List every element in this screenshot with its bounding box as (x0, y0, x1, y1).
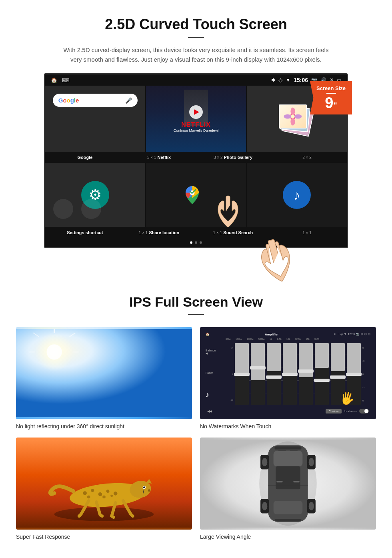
gallery-size-label: 2 × 2 (270, 154, 344, 161)
amp-back-button[interactable]: ◀◀ (207, 409, 212, 413)
settings-size: 1 × 1 (139, 231, 148, 235)
amp-fader-label: Fader (206, 371, 224, 374)
gallery-label-name: Photo Gallery (224, 155, 253, 160)
status-bar: 🏠 ⌨ ✱ ◎ ▼ 15:06 📷 🔊 ✕ ▭ (45, 74, 347, 86)
netflix-label-name: Netflix (157, 155, 171, 160)
screen-size-badge: Screen Size 9" (310, 81, 352, 114)
cheetah-caption: Super Fast Response (16, 534, 192, 540)
svg-point-26 (114, 492, 118, 496)
sound-size: 1 × 1 (302, 231, 312, 235)
status-time: 15:06 (294, 77, 308, 83)
hand-pointer-share (214, 189, 242, 227)
svg-rect-40 (274, 501, 303, 514)
sound-icon: ♪ (283, 181, 311, 209)
amp-loudness-toggle[interactable] (359, 409, 369, 413)
cheetah-image (16, 438, 192, 530)
svg-point-22 (83, 491, 87, 495)
pagination-dots (45, 238, 347, 247)
svg-point-9 (47, 344, 62, 359)
android-screen-wrapper: 🏠 ⌨ ✱ ◎ ▼ 15:06 📷 🔊 ✕ ▭ (44, 73, 348, 248)
svg-rect-57 (275, 519, 302, 522)
badge-size: 9" (325, 94, 337, 111)
sound-search-cell[interactable]: ♪ (247, 163, 347, 227)
settings-app-cell[interactable]: ⚙ (45, 163, 145, 227)
svg-rect-39 (276, 466, 300, 489)
amplifier-image: 🏠 Amplifier ≡···◎▼ 17:33 📷⊞⊟⊡ 60hz100hz2… (200, 327, 376, 419)
svg-rect-55 (276, 481, 282, 482)
android-screen: 🏠 ⌨ ✱ ◎ ▼ 15:06 📷 🔊 ✕ ▭ (44, 73, 348, 248)
svg-point-51 (309, 458, 314, 466)
dot-2[interactable] (195, 241, 197, 244)
app-grid-top: Google 🎤 NETFLIX Continue Marvel's Dared… (45, 86, 347, 152)
section-divider (16, 274, 376, 274)
amplifier-card: 🏠 Amplifier ≡···◎▼ 17:33 📷⊞⊟⊡ 60hz100hz2… (200, 327, 376, 430)
sunlight-image (16, 327, 192, 419)
sound-label-name: Sound Search (223, 230, 253, 235)
labels-row-bottom: Settings shortcut 1 × 1 Share location 1… (45, 227, 347, 238)
svg-point-3 (284, 114, 292, 118)
settings-label-name: Settings shortcut (67, 230, 103, 235)
location-icon: ◎ (278, 77, 282, 83)
svg-point-23 (91, 489, 94, 492)
netflix-subtitle: Continue Marvel's Daredevil (174, 128, 218, 132)
app-grid-bottom: ⚙ (45, 163, 347, 227)
section1-title: 2.5D Curved Touch Screen (24, 16, 368, 33)
svg-point-29 (110, 495, 113, 497)
amp-title: Amplifier (265, 333, 279, 336)
usb-icon: ⌨ (62, 77, 70, 83)
status-left: 🏠 ⌨ (51, 77, 70, 83)
google-app-cell[interactable]: Google 🎤 (45, 86, 145, 152)
settings-size-label: 1 × 1 Share location (122, 229, 196, 236)
netflix-app-cell[interactable]: NETFLIX Continue Marvel's Daredevil (146, 86, 246, 152)
settings-label: Settings shortcut (48, 229, 122, 236)
google-size: 3 × 1 (147, 155, 156, 160)
section-curved-screen: 2.5D Curved Touch Screen With 2.5D curve… (0, 0, 392, 262)
svg-point-33 (143, 486, 145, 488)
svg-rect-38 (274, 451, 303, 466)
svg-point-53 (309, 502, 314, 510)
svg-rect-43 (290, 450, 298, 451)
mic-icon: 🎤 (125, 97, 132, 104)
labels-row-top: Google 3 × 1 Netflix 3 × 2 Photo Gallery… (45, 152, 347, 163)
share-location-cell[interactable] (146, 163, 246, 227)
photo-stack (279, 103, 315, 135)
amp-loudness-label: loudness (344, 409, 357, 413)
svg-point-34 (148, 489, 150, 492)
svg-point-4 (294, 114, 302, 118)
dot-1[interactable] (190, 241, 192, 244)
svg-point-27 (87, 496, 90, 499)
amp-balance-label: Balance◀ (206, 349, 224, 355)
gmaps-icon (181, 184, 203, 206)
title-underline-2 (188, 314, 204, 315)
bluetooth-icon: ✱ (271, 77, 275, 83)
badge-label: Screen Size (316, 85, 346, 91)
car-image (200, 438, 376, 530)
title-underline-1 (188, 37, 204, 38)
cheetah-card: Super Fast Response (16, 438, 192, 540)
photo-item-1 (279, 104, 307, 128)
google-search-bar[interactable]: Google 🎤 (53, 94, 138, 107)
amp-hand-icon: 🖐 (339, 390, 356, 406)
svg-point-28 (102, 496, 106, 499)
ghost-icon-1 (53, 199, 73, 219)
section1-description: With 2.5D curved-display screen, this de… (60, 45, 332, 64)
amp-custom-button[interactable]: Custom (326, 409, 342, 413)
google-label: Google (48, 154, 122, 161)
svg-point-1 (290, 107, 295, 115)
section-ips: IPS Full Screen View (0, 286, 392, 556)
svg-rect-41 (275, 446, 302, 450)
netflix-size-label: 3 × 2 Photo Gallery (196, 154, 270, 161)
amp-home-icon: 🏠 (206, 333, 210, 336)
svg-rect-56 (293, 481, 299, 482)
share-size: 1 × 1 (213, 231, 222, 235)
dot-3[interactable] (200, 241, 202, 244)
netflix-play-button[interactable] (189, 105, 203, 119)
car-caption: Large Viewing Angle (200, 534, 376, 540)
image-grid: No light reflecting under 360° direct su… (16, 327, 376, 540)
google-size-label: 3 × 1 Netflix (122, 154, 196, 161)
home-icon: 🏠 (51, 77, 57, 83)
svg-point-20 (54, 507, 154, 521)
ghost-icon-2 (81, 199, 101, 219)
wifi-icon: ▼ (286, 77, 290, 83)
svg-point-24 (98, 492, 102, 496)
